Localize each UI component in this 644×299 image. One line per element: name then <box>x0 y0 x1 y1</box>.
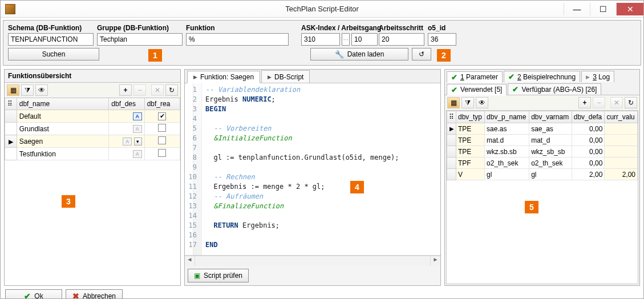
undo-button[interactable]: ↺ <box>412 48 431 60</box>
cell-pname[interactable]: sae.as <box>485 123 529 135</box>
cell-name[interactable]: Grundlast <box>17 123 109 135</box>
cell-rea[interactable] <box>144 148 180 160</box>
cell-desc[interactable]: A <box>109 148 144 160</box>
col-dbv-varnam[interactable]: dbv_varnam <box>529 111 572 123</box>
cell-desc[interactable]: A <box>109 123 144 135</box>
function-grid[interactable]: ⠿ dbf_name dbf_des dbf_rea DefaultA✔Grun… <box>5 98 180 285</box>
cell-pname[interactable]: wkz.sb.sb <box>485 146 529 157</box>
tb-filter-icon[interactable]: ⧩ <box>461 97 474 108</box>
tb-grid-icon[interactable]: ▦ <box>7 84 19 96</box>
cell-typ[interactable]: TPE <box>456 135 485 146</box>
ok-button[interactable]: ✔Ok <box>5 289 62 299</box>
ask-index-input[interactable] <box>301 33 340 46</box>
cell-def[interactable]: 0,00 <box>572 123 605 135</box>
tb-remove-icon[interactable]: − <box>593 97 605 108</box>
arbeitsgang-input[interactable] <box>351 33 378 46</box>
table-row[interactable]: GrundlastA <box>5 123 180 135</box>
tab-log[interactable]: ▶3 Log <box>581 71 614 82</box>
script-pruefen-button[interactable]: ▣Script prüfen <box>188 269 249 282</box>
table-row[interactable]: Vglgl2,002,00 <box>447 169 638 180</box>
code-editor[interactable]: 1234567891011121314151617 -- Variablende… <box>185 83 440 256</box>
cell-typ[interactable]: V <box>456 169 485 180</box>
cell-pname[interactable]: o2_th_sek <box>485 157 529 169</box>
cell-typ[interactable]: TPF <box>456 157 485 169</box>
col-dbv-pname[interactable]: dbv_p_name <box>485 111 529 123</box>
tb-filter-icon[interactable]: ⧩ <box>21 84 34 96</box>
cell-rea[interactable]: ✔ <box>144 110 180 123</box>
scroll-left-icon[interactable]: ◄ <box>185 256 195 266</box>
tab-verwendet[interactable]: ✔Verwendet [5] <box>447 84 507 95</box>
cell-typ[interactable]: TPE <box>456 146 485 157</box>
scroll-right-icon[interactable]: ► <box>430 256 440 266</box>
tab-funktion[interactable]: ▶Funktion: Saegen <box>187 71 260 83</box>
cell-var[interactable]: o2_th_sek <box>529 157 572 169</box>
cell-pname[interactable]: mat.d <box>485 135 529 146</box>
cell-var[interactable]: mat_d <box>529 135 572 146</box>
cell-name[interactable]: Default <box>17 110 109 123</box>
col-dbf-rea[interactable]: dbf_rea <box>144 98 180 110</box>
cell-var[interactable]: sae_as <box>529 123 572 135</box>
cell-cur[interactable] <box>605 135 638 146</box>
tb-refresh-icon[interactable]: ↻ <box>625 97 637 108</box>
close-button[interactable]: ✕ <box>616 3 643 15</box>
cell-cur[interactable] <box>605 146 638 157</box>
tb-eye-icon[interactable]: 👁 <box>35 84 48 96</box>
minimize-button[interactable]: — <box>564 3 590 15</box>
col-dbv-typ[interactable]: dbv_typ <box>456 111 485 123</box>
cell-var[interactable]: wkz_sb_sb <box>529 146 572 157</box>
cell-rea[interactable] <box>144 123 180 135</box>
table-row[interactable]: ▶SaegenA ▾ <box>5 135 180 148</box>
cell-var[interactable]: gl <box>529 169 572 180</box>
table-row[interactable]: TPEmat.dmat_d0,00 <box>447 135 638 146</box>
arbeitsschritt-input[interactable] <box>379 33 424 46</box>
schema-input[interactable] <box>8 33 94 46</box>
tab-verfuegbar[interactable]: ✔Verfügbar (ABG-AS) [26] <box>508 83 601 95</box>
table-row[interactable]: DefaultA✔ <box>5 110 180 123</box>
tab-parameter[interactable]: ✔1 Parameter <box>447 71 503 83</box>
tb-cancel-icon[interactable]: ✕ <box>151 84 164 96</box>
ask-lookup-button[interactable]: ··· <box>342 33 350 46</box>
table-row[interactable]: TPFo2_th_seko2_th_sek0,00 <box>447 157 638 169</box>
gruppe-input[interactable] <box>97 33 183 46</box>
col-curr-val[interactable]: curr_valu <box>605 111 638 123</box>
cell-pname[interactable]: gl <box>485 169 529 180</box>
abbrechen-button[interactable]: ✖Abbrechen <box>66 289 123 299</box>
daten-laden-button[interactable]: 🔧Daten laden <box>310 48 408 60</box>
cell-def[interactable]: 2,00 <box>572 169 605 180</box>
table-row[interactable]: ▶TPEsae.assae_as0,00 <box>447 123 638 135</box>
tb-cancel-icon[interactable]: ✕ <box>610 97 623 108</box>
table-row[interactable]: TestfunktionA <box>5 148 180 160</box>
table-row[interactable]: TPEwkz.sb.sbwkz_sb_sb0,00 <box>447 146 638 157</box>
tab-beispielrechnung[interactable]: ✔2 Beispielrechnung <box>504 71 580 82</box>
cell-cur[interactable] <box>605 157 638 169</box>
suchen-button[interactable]: Suchen <box>8 48 99 60</box>
cell-name[interactable]: Saegen <box>17 135 109 148</box>
cell-cur[interactable]: 2,00 <box>605 169 638 180</box>
cell-def[interactable]: 0,00 <box>572 146 605 157</box>
tb-remove-icon[interactable]: − <box>133 84 146 96</box>
code-text[interactable]: -- VariablendeklarationErgebnis NUMERIC;… <box>202 83 440 255</box>
cell-typ[interactable]: TPE <box>456 123 485 135</box>
h-scrollbar[interactable]: ◄ ► <box>185 256 440 266</box>
cell-desc[interactable]: A ▾ <box>109 135 144 148</box>
col-dbf-name[interactable]: dbf_name <box>17 98 109 110</box>
cell-cur[interactable] <box>605 123 638 135</box>
cell-def[interactable]: 0,00 <box>572 135 605 146</box>
cell-def[interactable]: 0,00 <box>572 157 605 169</box>
maximize-button[interactable]: ☐ <box>590 3 616 15</box>
funktion-input[interactable] <box>186 33 289 46</box>
cell-rea[interactable] <box>144 135 180 148</box>
tb-refresh-icon[interactable]: ↻ <box>165 84 178 96</box>
wrench-icon: 🔧 <box>335 50 344 59</box>
tb-eye-icon[interactable]: 👁 <box>476 97 488 108</box>
col-dbv-def[interactable]: dbv_defa <box>572 111 605 123</box>
col-dbf-des[interactable]: dbf_des <box>109 98 144 110</box>
cell-desc[interactable]: A <box>109 110 144 123</box>
tab-dbscript[interactable]: ▶DB-Script <box>261 70 310 83</box>
tb-add-icon[interactable]: + <box>119 84 132 96</box>
tb-add-icon[interactable]: + <box>578 97 591 108</box>
o5id-input[interactable] <box>428 33 456 46</box>
tb-grid-icon[interactable]: ▦ <box>447 97 460 108</box>
cell-name[interactable]: Testfunktion <box>17 148 109 160</box>
parameter-grid[interactable]: ⠿ dbv_typ dbv_p_name dbv_varnam dbv_defa… <box>446 110 638 284</box>
